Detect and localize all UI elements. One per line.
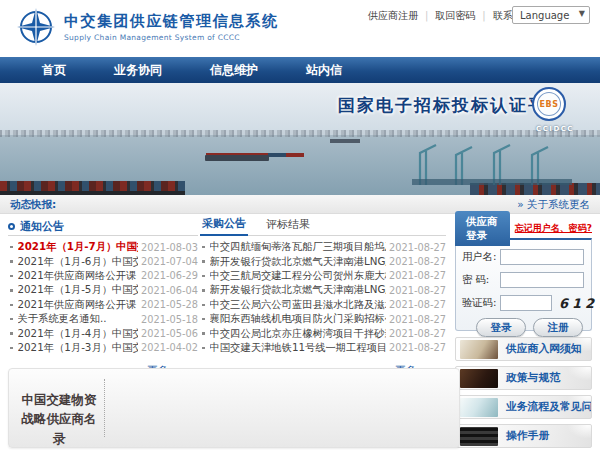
username-label: 用户名:: [462, 250, 500, 264]
notice-row[interactable]: 2021年（1月-5月）中国交建供应商.. 2021-06-04: [8, 283, 198, 297]
procurement-title: 中交四公局北京亦庄橡树湾项目干拌砂浆采购招标公告: [210, 327, 387, 341]
notices-section: 通知公告 2021年（1月-7月）中国交建供应商.. 2021-08-03 20…: [8, 218, 198, 378]
nav-item[interactable]: 站内信: [282, 57, 366, 83]
ccidcc-badge-label: CCIDCC: [536, 125, 574, 133]
procurement-title: 新开发银行贷款北京燃气天津南港LNG应急储备项目配套..: [210, 255, 387, 269]
notice-row[interactable]: 2021年（1月-6月）中国交建供应商.. 2021-07-04: [8, 254, 198, 268]
notice-row[interactable]: 2021年（1月-7月）中国交建供应商.. 2021-08-03: [8, 240, 198, 254]
password-label: 密 码:: [462, 273, 500, 287]
register-button[interactable]: 注册: [533, 318, 583, 337]
quick-link-label: 业务流程及常见问题: [506, 400, 592, 414]
procurement-title: 中交三航局交建工程分公司贺州东鹿大桥项目部墩身钢模板..: [210, 269, 387, 283]
quick-link-photo: [460, 427, 498, 446]
procurement-title: 襄阳东西轴线机电项目防火门采购招标公告: [210, 312, 387, 326]
harbor-cranes-icon: [412, 139, 572, 185]
dot-bullet-icon: [10, 275, 13, 278]
procurement-date: 2021-08-27: [386, 242, 446, 253]
quick-link-banner[interactable]: 操作手册: [455, 424, 592, 448]
dot-bullet-icon: [10, 289, 13, 292]
procurement-row[interactable]: 中国交建天津地铁11号线一期工程项目消声器二次集中采.. 2021-08-27: [200, 341, 446, 355]
site-subtitle: Supply Chain Management System of CCCC: [64, 33, 279, 42]
tab-evaluation-results[interactable]: 评标结果: [264, 217, 312, 235]
password-input[interactable]: [500, 272, 584, 288]
nav-item[interactable]: 首页: [18, 57, 90, 83]
notice-date: 2021-07-04: [138, 256, 198, 267]
procurement-row[interactable]: 新开发银行贷款北京燃气天津南港LNG应急储备项目配套.. 2021-08-27: [200, 254, 446, 268]
chevron-down-icon: ▼: [579, 9, 585, 18]
quick-link-banner[interactable]: 供应商入网须知: [455, 337, 592, 361]
notice-date: 2021-05-06: [138, 328, 198, 339]
procurement-date: 2021-08-27: [386, 285, 446, 296]
supplier-login-tab[interactable]: 供应商登录: [455, 211, 510, 246]
notice-title: 2021年供应商网络公开课（第二期）直..: [18, 269, 139, 283]
ticker-label: 动态快报:: [10, 198, 56, 212]
quick-link-photo: [460, 369, 498, 388]
notice-title: 2021年（1月-5月）中国交建供应商..: [18, 283, 139, 297]
notice-row[interactable]: 2021年（1月-4月）中国交建供应商.. 2021-05-06: [8, 326, 198, 340]
dot-bullet-icon: [10, 347, 13, 350]
suppliers-title-line1: 中国交建物资: [19, 390, 99, 409]
notice-title: 2021年（1月-6月）中国交建供应商..: [18, 255, 139, 269]
site-title: 中交集团供应链管理信息系统: [64, 12, 279, 31]
nav-item[interactable]: 业务协同: [90, 57, 186, 83]
procurement-row[interactable]: 中交四公局北京亦庄橡树湾项目干拌砂浆采购招标公告 2021-08-27: [200, 326, 446, 340]
procurement-date: 2021-08-27: [386, 328, 446, 339]
ticker-link[interactable]: » 关于系统更名: [517, 198, 590, 212]
banner-skyline: [0, 130, 600, 137]
procurement-date: 2021-08-27: [386, 342, 446, 353]
procurement-row[interactable]: 中交三公局六公司蓝田县滋水北路及滋水大桥新建工程（E.. 2021-08-27: [200, 298, 446, 312]
container-quay-left: [0, 181, 185, 195]
procurement-date: 2021-08-27: [386, 299, 446, 310]
quick-link-banner[interactable]: 政策与规范: [455, 366, 592, 390]
language-select[interactable]: Language ▼: [512, 6, 590, 24]
procurement-date: 2021-08-27: [386, 256, 446, 267]
notice-date: 2021-08-03: [138, 242, 198, 253]
notices-list: 2021年（1月-7月）中国交建供应商.. 2021-08-03 2021年（1…: [8, 240, 198, 355]
username-input[interactable]: [500, 249, 584, 265]
forgot-password-link[interactable]: 忘记用户名、密码?: [515, 222, 592, 235]
notice-row[interactable]: 关于系统更名通知.. 2021-05-18: [8, 312, 198, 326]
notice-title: 2021年（1月-7月）中国交建供应商..: [18, 240, 139, 254]
main-nav: 首页业务协同信息维护站内信: [0, 57, 600, 83]
logo: 中交集团供应链管理信息系统 Supply Chain Management Sy…: [16, 7, 279, 47]
notice-title: 2021年（1月-4月）中国交建供应商..: [18, 327, 139, 341]
nav-item[interactable]: 信息维护: [186, 57, 282, 83]
procurement-date: 2021-08-27: [386, 314, 446, 325]
notice-row[interactable]: 2021年（1月-3月）中国交建供应商.. 2021-04-02: [8, 341, 198, 355]
procurement-row[interactable]: 襄阳东西轴线机电项目防火门采购招标公告 2021-08-27: [200, 312, 446, 326]
strategic-suppliers-panel: 中国交建物资 战略供应商名录: [8, 368, 460, 448]
language-select-value: Language: [520, 10, 569, 21]
top-link[interactable]: 取回密码: [418, 9, 475, 23]
notice-row[interactable]: 2021年供应商网络公开课（第二期）直.. 2021-06-29: [8, 269, 198, 283]
notice-date: 2021-05-18: [138, 314, 198, 325]
quick-link-banner[interactable]: 业务流程及常见问题: [455, 395, 592, 419]
tab-procurement-announcements[interactable]: 采购公告: [200, 216, 248, 236]
quick-link-photo: [460, 398, 498, 417]
dot-bullet-icon: [202, 332, 205, 335]
procurement-row[interactable]: 中交四航缅甸蒂洛瓦船厂三期项目船坞及船厂陆域设施土建.. 2021-08-27: [200, 240, 446, 254]
dot-bullet-icon: [10, 246, 13, 249]
procurement-row[interactable]: 中交三航局交建工程分公司贺州东鹿大桥项目部墩身钢模板.. 2021-08-27: [200, 269, 446, 283]
ebs-badge-icon: EBS: [532, 87, 566, 121]
notices-header: 通知公告: [8, 218, 198, 236]
news-ticker: 动态快报: » 关于系统更名: [0, 195, 600, 214]
harbor-banner-photo: 国家电子招标投标认证平台 EBS CCIDCC: [0, 83, 600, 195]
captcha-input[interactable]: [500, 295, 552, 311]
procurement-section: 采购公告 评标结果 中交四航缅甸蒂洛瓦船厂三期项目船坞及船厂陆域设施土建.. 2…: [200, 218, 446, 378]
procurement-title: 中交四航缅甸蒂洛瓦船厂三期项目船坞及船厂陆域设施土建..: [210, 240, 387, 254]
dot-bullet-icon: [202, 304, 205, 307]
login-tabrow: 供应商登录 忘记用户名、密码?: [455, 218, 592, 238]
notice-date: 2021-04-02: [138, 342, 198, 353]
procurement-row[interactable]: 新开发银行贷款北京燃气天津南港LNG应急储备项目配套.. 2021-08-27: [200, 283, 446, 297]
captcha-label: 验证码:: [462, 296, 500, 310]
notice-row[interactable]: 2021年供应商网络公开课（第一期）直.. 2021-05-28: [8, 298, 198, 312]
procurement-title: 新开发银行贷款北京燃气天津南港LNG应急储备项目配套..: [210, 283, 387, 297]
ebs-badge-text: EBS: [540, 100, 559, 109]
dot-bullet-icon: [10, 304, 13, 307]
login-button[interactable]: 登录: [476, 318, 526, 337]
top-link[interactable]: 供应商注册: [368, 9, 418, 23]
quick-links: 供应商入网须知 政策与规范 业务流程及常见问题 操作手册: [455, 337, 592, 448]
dotted-divider: [104, 379, 105, 437]
dot-bullet-icon: [202, 246, 205, 249]
suppliers-panel-title: 中国交建物资 战略供应商名录: [19, 390, 99, 448]
